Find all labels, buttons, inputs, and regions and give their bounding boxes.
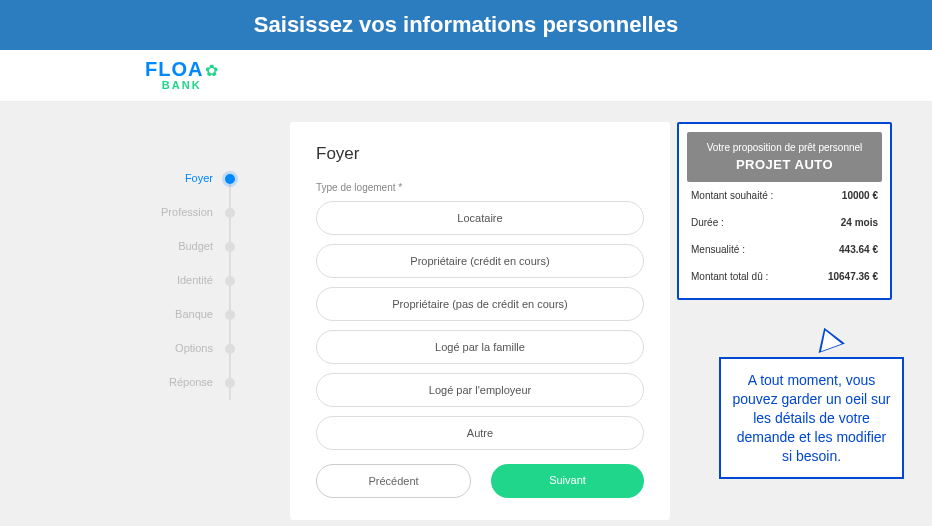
form-title: Foyer [316, 144, 644, 164]
step-label: Banque [175, 308, 213, 320]
banner-title: Saisissez vos informations personnelles [254, 12, 678, 37]
option-proprietaire-sans-credit[interactable]: Propriétaire (pas de crédit en cours) [316, 287, 644, 321]
next-button[interactable]: Suivant [491, 464, 644, 498]
step-dot-icon [225, 378, 235, 388]
step-label: Foyer [185, 172, 213, 184]
step-banque[interactable]: Banque [145, 308, 235, 320]
row-label: Montant total dû : [691, 271, 768, 282]
instruction-banner: Saisissez vos informations personnelles [0, 0, 932, 50]
step-label: Budget [178, 240, 213, 252]
proposal-row-amount: Montant souhaité :10000 € [687, 182, 882, 209]
callout-arrow-icon [811, 323, 845, 353]
option-locataire[interactable]: Locataire [316, 201, 644, 235]
step-reponse[interactable]: Réponse [145, 376, 235, 388]
floa-logo: FLOA✿ BANK [145, 58, 218, 91]
field-label-housing: Type de logement * [316, 182, 644, 193]
row-label: Montant souhaité : [691, 190, 773, 201]
step-dot-icon [225, 310, 235, 320]
step-dot-icon [225, 242, 235, 252]
step-dot-icon [225, 276, 235, 286]
step-identite[interactable]: Identité [145, 274, 235, 286]
option-loge-famille[interactable]: Logé par la famille [316, 330, 644, 364]
proposal-header: Votre proposition de prêt personnel PROJ… [687, 132, 882, 182]
row-value: 443.64 € [839, 244, 878, 255]
prev-button[interactable]: Précédent [316, 464, 471, 498]
step-foyer[interactable]: Foyer [145, 172, 235, 184]
row-label: Durée : [691, 217, 724, 228]
page-body: Foyer Profession Budget Identité Banque … [0, 102, 932, 526]
step-label: Identité [177, 274, 213, 286]
step-dot-icon [225, 344, 235, 354]
proposal-type: PROJET AUTO [695, 157, 874, 172]
proposal-summary-card: Votre proposition de prêt personnel PROJ… [677, 122, 892, 300]
proposal-row-monthly: Mensualité :443.64 € [687, 236, 882, 263]
step-dot-icon [225, 174, 235, 184]
logo-bar: FLOA✿ BANK [0, 50, 932, 102]
row-value: 24 mois [841, 217, 878, 228]
step-label: Réponse [169, 376, 213, 388]
form-card: Foyer Type de logement * Locataire Propr… [290, 122, 670, 520]
progress-stepper: Foyer Profession Budget Identité Banque … [145, 172, 235, 410]
logo-flower-icon: ✿ [205, 62, 218, 79]
callout-text: A tout moment, vous pouvez garder un oei… [733, 372, 891, 464]
row-value: 10647.36 € [828, 271, 878, 282]
proposal-row-duration: Durée :24 mois [687, 209, 882, 236]
step-budget[interactable]: Budget [145, 240, 235, 252]
step-label: Options [175, 342, 213, 354]
proposal-row-total: Montant total dû :10647.36 € [687, 263, 882, 290]
step-options[interactable]: Options [145, 342, 235, 354]
logo-brand: FLOA [145, 58, 203, 80]
row-value: 10000 € [842, 190, 878, 201]
info-callout: A tout moment, vous pouvez garder un oei… [719, 357, 904, 479]
step-profession[interactable]: Profession [145, 206, 235, 218]
option-loge-employeur[interactable]: Logé par l'employeur [316, 373, 644, 407]
logo-sub: BANK [145, 79, 218, 91]
option-autre[interactable]: Autre [316, 416, 644, 450]
row-label: Mensualité : [691, 244, 745, 255]
step-dot-icon [225, 208, 235, 218]
option-proprietaire-credit[interactable]: Propriétaire (crédit en cours) [316, 244, 644, 278]
nav-buttons: Précédent Suivant [316, 464, 644, 498]
step-label: Profession [161, 206, 213, 218]
proposal-header-text: Votre proposition de prêt personnel [695, 142, 874, 153]
